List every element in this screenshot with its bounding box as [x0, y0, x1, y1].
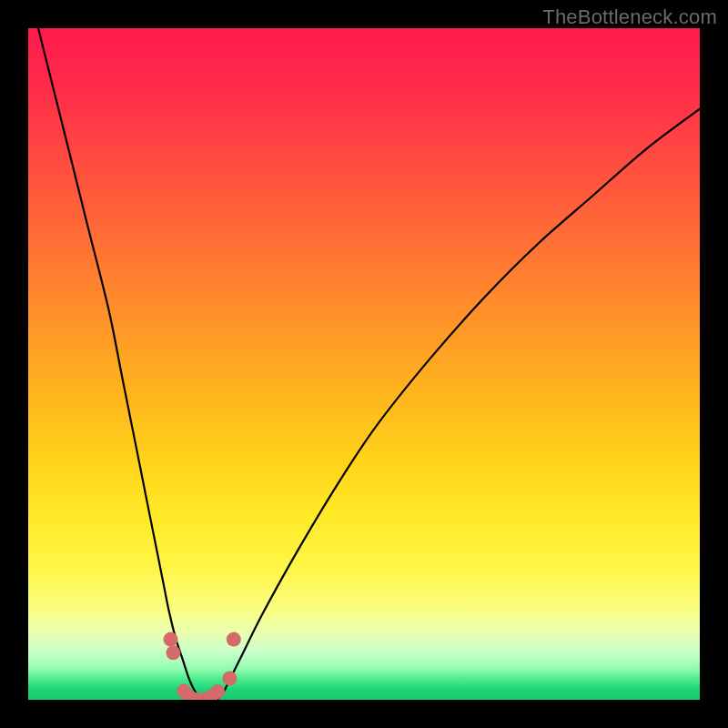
trough-dot [222, 671, 237, 685]
trough-dot [164, 632, 178, 647]
bottleneck-curve [28, 28, 700, 700]
trough-dot [210, 684, 225, 699]
trough-dot [166, 645, 180, 660]
chart-frame: TheBottleneck.com [0, 0, 728, 728]
trough-markers [164, 632, 241, 700]
curve-layer [28, 28, 700, 700]
watermark-text: TheBottleneck.com [542, 5, 717, 29]
plot-area [28, 28, 700, 700]
trough-dot [227, 632, 241, 647]
